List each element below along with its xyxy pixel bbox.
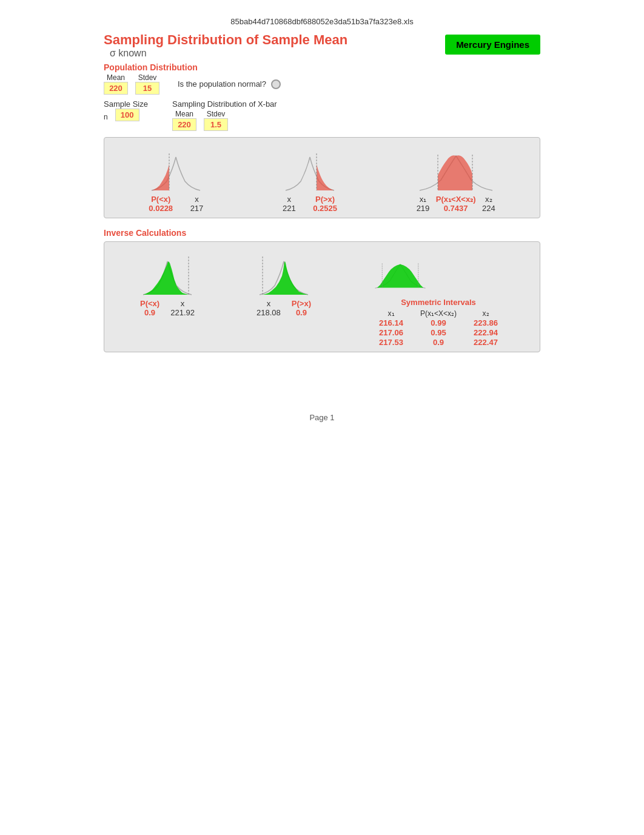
sym-x2-header: x₂ (468, 309, 504, 318)
sym-x1-header: x₁ (373, 309, 409, 318)
population-label: Population Distribution (104, 62, 540, 72)
bot-col1-prob-val[interactable]: 0.9 (140, 308, 159, 317)
sym-row2-x2[interactable]: 222.94 (468, 328, 504, 337)
bot-col1-prob-label: P(<x) (140, 299, 159, 308)
top-col1-x-val[interactable]: 217 (190, 204, 204, 213)
top-chart-col2: x 221 P(>x) 0.2525 (283, 145, 337, 213)
bell-left-tail (149, 145, 203, 193)
sd-mean-value[interactable]: 220 (172, 118, 196, 131)
bot-col2-x-label: x (257, 299, 281, 308)
mean-field: Mean 220 (104, 73, 128, 95)
sampling-dist-label: Sampling Distribution of X-bar (172, 99, 277, 109)
top-col3-x2-label: x₂ (482, 195, 495, 204)
inverse-label: Inverse Calculations (104, 228, 540, 238)
bell-green-middle (373, 249, 428, 298)
sym-row3-x1[interactable]: 217.53 (373, 338, 409, 347)
title-block: Sampling Distribution of Sample Mean σ k… (104, 32, 347, 59)
sd-stdev-value[interactable]: 1.5 (204, 118, 228, 131)
sym-row3-x2[interactable]: 222.47 (468, 338, 504, 347)
top-chart-col1: P(<x) 0.0228 x 217 (149, 145, 203, 213)
top-col3-x1-val[interactable]: 219 (417, 204, 430, 213)
sym-intervals-block: Symmetric Intervals x₁ P(x₁<X<x₂) x₂ 216… (373, 298, 504, 347)
top-col3-x2-val[interactable]: 224 (482, 204, 495, 213)
sd-stdev-label: Stdev (207, 110, 226, 118)
top-col2-prob-val[interactable]: 0.2525 (313, 204, 337, 213)
normal-radio[interactable] (271, 79, 281, 89)
sym-title: Symmetric Intervals (401, 298, 476, 307)
bot-col1-x-label: x (170, 299, 195, 308)
sym-row1-prob[interactable]: 0.99 (414, 318, 463, 327)
bottom-chart-box: P(<x) 0.9 x 221.92 (104, 241, 540, 352)
stdev-value[interactable]: 15 (135, 82, 159, 95)
top-col2-x-val[interactable]: 221 (283, 204, 296, 213)
bell-middle (417, 145, 495, 193)
population-fields: Mean 220 Stdev 15 (104, 73, 159, 95)
sym-prob-header: P(x₁<X<x₂) (414, 309, 463, 318)
top-col2-prob-label: P(>x) (313, 195, 337, 204)
top-col1-prob-val[interactable]: 0.0228 (149, 204, 173, 213)
bot-chart-col2: x 218.08 P(>x) 0.9 (257, 249, 311, 317)
top-chart-inner: P(<x) 0.0228 x 217 (109, 145, 535, 213)
top-col2-x-label: x (283, 195, 296, 204)
n-value[interactable]: 100 (115, 109, 139, 121)
sd-mean-field: Mean 220 (172, 110, 196, 131)
filename-text: 85bab44d710868dbf688052e3da51b3a7fa323e8… (0, 0, 644, 32)
mean-label: Mean (107, 73, 125, 82)
sym-row1-x2[interactable]: 223.86 (468, 318, 504, 327)
sample-size-block: Sample Size n 100 (104, 99, 148, 121)
mercury-badge: Mercury Engines (445, 35, 540, 55)
top-col1-prob-label: P(<x) (149, 195, 173, 204)
bot-col1-x-val[interactable]: 221.92 (170, 308, 195, 317)
top-col3-prob-val[interactable]: 0.7437 (436, 204, 476, 213)
stdev-field: Stdev 15 (135, 73, 159, 95)
top-col3-prob-label: P(x₁<X<x₂) (436, 195, 476, 204)
main-title: Sampling Distribution of Sample Mean (104, 32, 347, 48)
normal-question: Is the population normal? (178, 79, 281, 89)
bell-green-right (257, 249, 311, 298)
mean-value[interactable]: 220 (104, 82, 128, 95)
top-chart-box: P(<x) 0.0228 x 217 (104, 137, 540, 218)
bot-col2-x-val[interactable]: 218.08 (257, 308, 281, 317)
subtitle: σ known (110, 48, 347, 59)
sym-row1-x1[interactable]: 216.14 (373, 318, 409, 327)
population-row: Mean 220 Stdev 15 Is the population norm… (104, 73, 540, 95)
top-col3-x1-label: x₁ (417, 195, 430, 204)
top-chart-col3: x₁ 219 P(x₁<X<x₂) 0.7437 x₂ 224 (417, 145, 495, 213)
top-col1-x-label: x (190, 195, 204, 204)
bot-col2-prob-val[interactable]: 0.9 (292, 308, 311, 317)
sym-row3-prob[interactable]: 0.9 (414, 338, 463, 347)
sym-row2-x1[interactable]: 217.06 (373, 328, 409, 337)
sym-row2-prob[interactable]: 0.95 (414, 328, 463, 337)
header-row: Sampling Distribution of Sample Mean σ k… (104, 32, 540, 59)
bottom-chart-inner: P(<x) 0.9 x 221.92 (109, 249, 535, 347)
bell-right-tail (283, 145, 337, 193)
sampling-dist-block: Sampling Distribution of X-bar Mean 220 … (172, 99, 277, 131)
sampling-dist-fields: Mean 220 Stdev 1.5 (172, 110, 277, 131)
sample-size-label: Sample Size (104, 99, 148, 109)
sym-table: x₁ P(x₁<X<x₂) x₂ 216.14 0.99 223.86 217.… (373, 309, 504, 347)
sample-n-field: n 100 (104, 109, 148, 121)
n-label: n (104, 113, 108, 121)
bell-green-left (140, 249, 195, 298)
page-footer: Page 1 (0, 413, 644, 422)
bot-col2-prob-label: P(>x) (292, 299, 311, 308)
normal-question-text: Is the population normal? (178, 79, 266, 89)
bot-chart-col3: Symmetric Intervals x₁ P(x₁<X<x₂) x₂ 216… (373, 249, 504, 347)
stdev-label: Stdev (138, 73, 157, 82)
sample-section: Sample Size n 100 Sampling Distribution … (104, 99, 540, 131)
bot-chart-col1: P(<x) 0.9 x 221.92 (140, 249, 195, 317)
sd-stdev-field: Stdev 1.5 (204, 110, 228, 131)
sd-mean-label: Mean (175, 110, 193, 118)
